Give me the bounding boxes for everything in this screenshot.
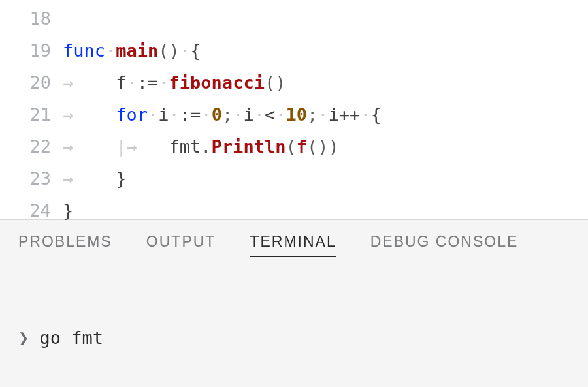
token-ws-dot: · (105, 40, 116, 61)
token-fn: fibonacci (169, 72, 265, 93)
line-number: 21 (0, 99, 63, 131)
line-number: 20 (0, 67, 63, 99)
code-line[interactable]: 21→ for·i·:=·0;·i·<·10;·i++·{ (0, 99, 588, 131)
code-content[interactable]: → f·:=·fibonacci() (63, 67, 286, 99)
token-punct: () (307, 136, 329, 157)
line-number: 24 (0, 194, 63, 226)
code-content[interactable]: } (63, 194, 73, 226)
token (73, 136, 116, 157)
code-content[interactable]: func·main()·{ (63, 35, 201, 67)
token-op: := (137, 72, 159, 93)
token-ws-arrow: → (127, 131, 137, 163)
token-num: 10 (286, 104, 308, 125)
line-number: 23 (0, 163, 63, 194)
token-punct: ; (222, 104, 233, 125)
code-line[interactable]: 19func·main()·{ (0, 35, 588, 67)
bottom-panel: PROBLEMSOUTPUTTERMINALDEBUG CONSOLE ❯ go… (0, 219, 588, 387)
token-punct: ) (328, 136, 338, 157)
line-number: 18 (0, 3, 63, 35)
token-ident: fmt (169, 136, 201, 157)
token-op: < (265, 104, 275, 125)
token-brace: } (63, 200, 73, 221)
token-ws-arrow: → (63, 131, 73, 163)
line-number: 19 (0, 35, 63, 67)
token-ws-dot: · (180, 40, 190, 61)
token-punct: () (265, 72, 286, 93)
token-fn: Println (212, 136, 286, 157)
token-ws-pipe: | (116, 131, 126, 163)
code-line[interactable]: 20→ f·:=·fibonacci() (0, 67, 588, 99)
token-punct: . (201, 136, 211, 157)
token-ws-dot: · (201, 104, 211, 125)
token-ws-dot: · (318, 104, 328, 125)
token-punct: ; (307, 104, 318, 125)
token-ws-dot: · (233, 104, 243, 125)
token-kw: for (116, 104, 148, 125)
code-line[interactable]: 22→ |→ fmt.Println(f()) (0, 131, 588, 163)
code-line[interactable]: 23→ } (0, 163, 588, 194)
token-kw: func (63, 40, 105, 61)
token-fn: main (116, 40, 158, 61)
token-ws-arrow: → (63, 99, 73, 131)
token-op: := (180, 104, 201, 125)
token-brace: } (116, 168, 126, 189)
panel-tabs: PROBLEMSOUTPUTTERMINALDEBUG CONSOLE (0, 220, 588, 257)
terminal-command: go fmt (29, 328, 103, 348)
token (137, 136, 169, 157)
panel-tab-problems[interactable]: PROBLEMS (18, 233, 112, 257)
token-num: 0 (212, 104, 222, 125)
token-ident: i (329, 104, 339, 125)
line-number: 22 (0, 131, 63, 163)
token-ws-dot: · (275, 104, 286, 125)
code-line[interactable]: 18 (0, 3, 588, 35)
token-fn: f (297, 136, 307, 157)
panel-tab-debug-console[interactable]: DEBUG CONSOLE (370, 233, 519, 257)
token-ident: i (243, 104, 253, 125)
code-content[interactable]: → } (63, 163, 127, 194)
token-ws-dot: · (148, 104, 158, 125)
panel-tab-terminal[interactable]: TERMINAL (250, 233, 336, 257)
token (73, 72, 116, 93)
token-ws-dot: · (254, 104, 265, 125)
code-content[interactable]: → |→ fmt.Println(f()) (63, 131, 339, 163)
token-ident: i (158, 104, 169, 125)
token (73, 104, 116, 125)
prompt-caret-icon: ❯ (18, 328, 29, 348)
token-ws-arrow: → (63, 163, 73, 194)
terminal-line: ❯ go fmt (18, 325, 570, 351)
token-ident: f (116, 72, 126, 93)
token-brace: { (190, 40, 201, 61)
token-ws-dot: · (158, 72, 169, 93)
panel-tab-output[interactable]: OUTPUT (146, 233, 216, 257)
code-content[interactable]: → for·i·:=·0;·i·<·10;·i++·{ (63, 99, 382, 131)
token-ws-dot: · (360, 104, 370, 125)
token-op: ++ (339, 104, 361, 125)
token (73, 168, 116, 189)
token-ws-dot: · (127, 72, 137, 93)
code-editor[interactable]: 1819func·main()·{20→ f·:=·fibonacci()21→… (0, 0, 588, 219)
token-ws-arrow: → (63, 67, 73, 99)
token-brace: { (371, 104, 382, 125)
terminal-view[interactable]: ❯ go fmt fib.go ~/Projects/go-example ❯ (0, 257, 588, 387)
token-ws-dot: · (169, 104, 180, 125)
token-punct: ( (286, 136, 296, 157)
token-punct: () (158, 40, 180, 61)
